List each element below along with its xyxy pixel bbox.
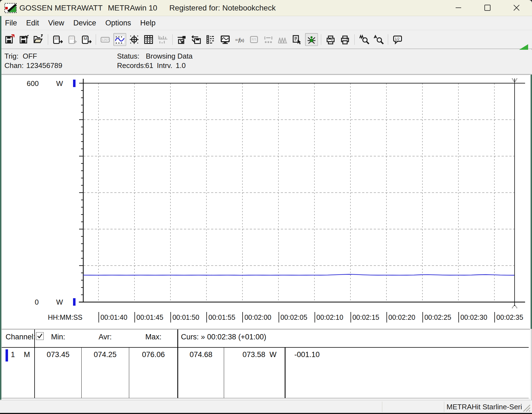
- zoom-out-icon: [373, 34, 384, 45]
- row-mode: M: [24, 350, 30, 359]
- minimize-button[interactable]: [450, 2, 466, 14]
- window-right-edge: [531, 75, 532, 329]
- copy-button[interactable]: [291, 33, 303, 46]
- print-preview-button[interactable]: [324, 33, 337, 46]
- numeric-display-button[interactable]: 321: [248, 33, 260, 46]
- records-label: Records:: [117, 61, 146, 70]
- fx-icon: =f(x): [234, 34, 245, 45]
- chart-plot[interactable]: [2, 75, 530, 329]
- menu-file[interactable]: File: [5, 19, 17, 27]
- view-curve-button[interactable]: [113, 33, 126, 46]
- col-avr-header: Avr:: [81, 333, 129, 341]
- row-cursor-a: 074.68: [178, 350, 224, 359]
- col-max-header: Max:: [129, 333, 178, 341]
- row-channel: 1: [11, 350, 15, 359]
- chan-label: Chan:: [4, 61, 24, 70]
- record-list-button[interactable]: [204, 33, 217, 46]
- floppy-save-icon: [4, 34, 15, 45]
- print-button[interactable]: [339, 33, 351, 46]
- write-device-button[interactable]: 321: [66, 33, 78, 46]
- table-bottom-border: [2, 398, 529, 398]
- x-tick-label: 00:02:25: [422, 312, 451, 323]
- intrv-label: Intrv.: [157, 61, 172, 70]
- envelope-button[interactable]: [276, 33, 289, 46]
- x-tick-label: 00:02:15: [351, 312, 379, 323]
- row-channel-marker: [6, 349, 8, 361]
- title-app: METRAwin 10: [108, 0, 157, 16]
- device-name-label: METRAHit Starline-Seri: [447, 400, 522, 413]
- menu-help[interactable]: Help: [140, 19, 156, 27]
- speech-bubble-icon: 1/2: [392, 34, 403, 45]
- records-value: 61: [145, 61, 153, 70]
- col-channel-header: Channel:: [6, 333, 35, 341]
- row-unit: W: [269, 350, 276, 359]
- formula-button[interactable]: =f(x): [233, 33, 246, 46]
- maximize-button[interactable]: [479, 2, 495, 14]
- floppy-save-as-icon: [19, 34, 29, 45]
- monitor-button[interactable]: [219, 33, 232, 46]
- save-file-button[interactable]: [3, 33, 16, 46]
- read-memory-button[interactable]: M: [80, 33, 93, 46]
- x-tick-label: 00:01:50: [170, 312, 199, 323]
- resize-grip[interactable]: [522, 403, 531, 412]
- zoom-out-button[interactable]: [372, 33, 385, 46]
- read-device-button[interactable]: 321: [51, 33, 64, 46]
- x-tick-label: 00:02:30: [458, 312, 487, 323]
- x-tick-label: 00:01:40: [98, 312, 127, 323]
- info-strip: Trig: OFF Chan: 123456789 Status: Browsi…: [0, 50, 532, 75]
- svg-text:1257: 1257: [102, 38, 109, 41]
- x-tick-label: 00:02:20: [386, 312, 415, 323]
- status-label: Status:: [117, 52, 139, 61]
- trig-label: Trig:: [4, 52, 19, 61]
- window-left-edge: [0, 16, 1, 400]
- table-line: [34, 329, 35, 398]
- row-avr: 074.25: [81, 350, 129, 359]
- device-settings-button[interactable]: [190, 33, 203, 46]
- chan-value: 123456789: [26, 61, 62, 70]
- sliders-icon: [177, 34, 187, 45]
- view-table-button[interactable]: [142, 33, 155, 46]
- svg-text:1/2: 1/2: [395, 37, 400, 41]
- channel-settings-button[interactable]: [176, 33, 188, 46]
- status-value: Browsing Data: [146, 52, 193, 61]
- copy-pointer-icon: [292, 34, 302, 45]
- title-registered: Registered for: Notebookcheck: [169, 0, 276, 16]
- open-folder-icon: [33, 34, 44, 45]
- view-xy-button[interactable]: [128, 33, 141, 46]
- header-divider: [2, 347, 529, 348]
- notes-button[interactable]: 1/2: [391, 33, 404, 46]
- app-logo-icon: [4, 3, 17, 13]
- menu-options[interactable]: Options: [105, 19, 131, 27]
- toolbar-separator: [96, 34, 96, 45]
- x-tick-label: 00:02:00: [242, 312, 271, 323]
- display-1257-button[interactable]: 1257: [99, 33, 112, 46]
- minimize-icon: [455, 4, 462, 11]
- save-as-button[interactable]: [18, 33, 30, 46]
- close-button[interactable]: [508, 2, 525, 14]
- device-mem-icon: M: [81, 34, 92, 45]
- window-bottom-edge: [0, 413, 532, 414]
- app-window: GOSSEN METRAWATT METRAwin 10 Registered …: [0, 0, 532, 414]
- live-mode-button[interactable]: [305, 33, 318, 46]
- view-histogram-button[interactable]: [157, 33, 169, 46]
- histogram-icon: [158, 34, 168, 45]
- spider-icon: [306, 34, 317, 45]
- zoom-mode-button[interactable]: [358, 33, 370, 46]
- zoom-wave-icon: [359, 34, 369, 45]
- close-icon: [513, 4, 520, 11]
- col-min-header: Min:: [35, 333, 81, 341]
- row-cursor-b: 073.58: [224, 350, 265, 359]
- menu-edit[interactable]: Edit: [26, 19, 39, 27]
- toolbar-separator: [48, 34, 48, 45]
- menu-view[interactable]: View: [48, 19, 64, 27]
- toolbar-separator: [388, 34, 388, 45]
- x-tick-label: 00:02:05: [279, 312, 307, 323]
- open-file-button[interactable]: [32, 33, 45, 46]
- device-in-icon: 321: [52, 34, 63, 45]
- limits-button[interactable]: [262, 33, 275, 46]
- status-bar: METRAHit Starline-Seri: [0, 400, 532, 413]
- grid-icon: [143, 34, 154, 45]
- print-preview-icon: [325, 34, 336, 45]
- menu-device[interactable]: Device: [73, 19, 96, 27]
- x-tick-label: 00:01:55: [206, 312, 235, 323]
